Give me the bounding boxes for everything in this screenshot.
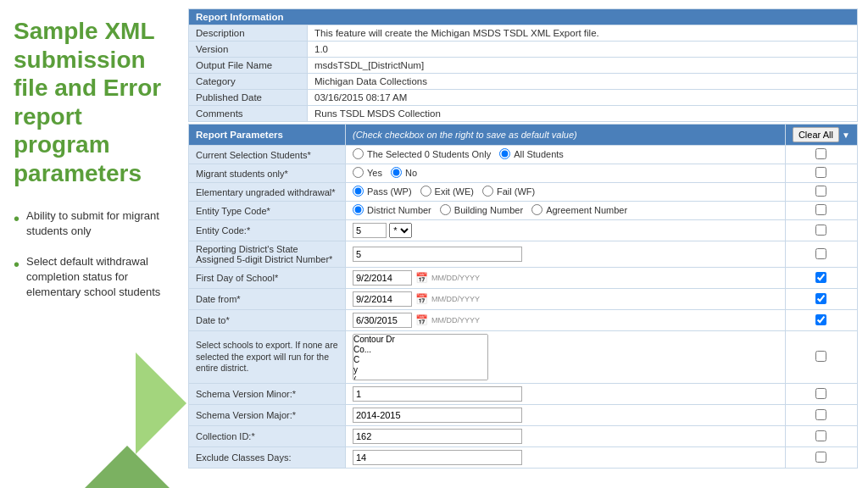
- calendar-icon[interactable]: 📅: [415, 293, 428, 305]
- category-label: Category: [189, 74, 308, 90]
- output-file-value: msdsTSDL_[DistrictNum]: [308, 58, 858, 74]
- radio-agreement-number[interactable]: Agreement Number: [531, 204, 627, 215]
- exclude-classes-checkbox[interactable]: [815, 452, 826, 463]
- bullet-list: • Ability to submit for migrant students…: [14, 208, 164, 301]
- first-day-school-input[interactable]: [353, 270, 412, 286]
- page-title: Sample XML submission file and Error rep…: [14, 17, 164, 188]
- clear-all-button[interactable]: Clear All: [793, 127, 839, 142]
- date-from-checkbox[interactable]: [815, 293, 826, 304]
- select-schools-checkbox-cell: [785, 331, 857, 384]
- description-label: Description: [189, 25, 308, 42]
- exclude-classes-row: Exclude Classes Days:: [189, 447, 858, 469]
- schema-minor-row: Schema Version Minor:*: [189, 384, 858, 405]
- exclude-classes-checkbox-cell: [785, 447, 857, 469]
- elementary-withdrawal-label: Elementary ungraded withdrawal*: [189, 183, 346, 202]
- first-day-school-checkbox[interactable]: [815, 272, 826, 283]
- radio-selected-students[interactable]: The Selected 0 Students Only: [353, 148, 491, 159]
- entity-code-dropdown[interactable]: *: [389, 223, 412, 238]
- elementary-withdrawal-value: Pass (WP) Exit (WE) Fail (WF): [346, 183, 786, 202]
- schema-minor-input[interactable]: [353, 386, 522, 402]
- entity-type-label: Entity Type Code*: [189, 202, 346, 220]
- schools-listbox[interactable]: Contour Dr Co... C y (: [353, 334, 488, 380]
- radio-agreement-number-input[interactable]: [531, 204, 542, 215]
- migrant-checkbox-cell: [785, 164, 857, 183]
- radio-district-number[interactable]: District Number: [353, 204, 431, 215]
- date-to-checkbox[interactable]: [815, 314, 826, 325]
- collection-id-input[interactable]: [353, 429, 522, 444]
- radio-exit-input[interactable]: [420, 186, 431, 197]
- select-schools-desc: Select schools to export. If none are se…: [196, 340, 338, 373]
- schema-major-row: Schema Version Major:*: [189, 405, 858, 426]
- exclude-classes-value: [346, 447, 786, 469]
- reporting-district-label: Reporting District's State Assigned 5-di…: [189, 241, 346, 268]
- schema-major-checkbox-cell: [785, 405, 857, 426]
- current-selection-checkbox[interactable]: [815, 148, 826, 159]
- reporting-district-checkbox[interactable]: [815, 248, 826, 259]
- green-triangle-right: [136, 352, 186, 454]
- date-to-value: 📅 MM/DD/YYYY: [346, 310, 786, 331]
- entity-code-checkbox-cell: [785, 220, 857, 241]
- date-from-input[interactable]: [353, 291, 412, 307]
- first-day-school-label: First Day of School*: [189, 268, 346, 289]
- radio-fail-input[interactable]: [482, 186, 493, 197]
- comments-row: Comments Runs TSDL MSDS Collection: [189, 106, 858, 122]
- collection-id-checkbox[interactable]: [815, 430, 826, 441]
- report-params-table: Report Parameters (Check checkbox on the…: [188, 124, 858, 469]
- calendar-icon[interactable]: 📅: [415, 272, 428, 284]
- migrant-checkbox[interactable]: [815, 167, 826, 178]
- radio-fail-wf[interactable]: Fail (WF): [482, 186, 535, 197]
- radio-no[interactable]: No: [391, 167, 417, 178]
- category-row: Category Michigan Data Collections: [189, 74, 858, 90]
- radio-all-students[interactable]: All Students: [499, 148, 564, 159]
- description-row: Description This feature will create the…: [189, 25, 858, 42]
- reporting-district-input[interactable]: [353, 247, 522, 262]
- report-info-header: Report Information: [189, 9, 858, 25]
- list-item: • Ability to submit for migrant students…: [14, 208, 164, 239]
- radio-pass-input[interactable]: [353, 186, 364, 197]
- elementary-withdrawal-checkbox[interactable]: [815, 186, 826, 197]
- bullet-icon: •: [14, 252, 19, 276]
- entity-code-checkbox[interactable]: [815, 225, 826, 236]
- radio-pass-label: Pass (WP): [367, 186, 412, 197]
- exclude-classes-input[interactable]: [353, 450, 522, 465]
- radio-exit-label: Exit (WE): [435, 186, 474, 197]
- schema-major-input[interactable]: [353, 408, 522, 423]
- current-selection-value: The Selected 0 Students Only All Student…: [346, 146, 786, 164]
- date-to-input[interactable]: [353, 313, 412, 328]
- radio-selected-students-input[interactable]: [353, 148, 364, 159]
- migrant-radio-group: Yes No: [353, 167, 417, 178]
- schema-minor-checkbox[interactable]: [815, 388, 826, 399]
- radio-district-number-input[interactable]: [353, 204, 364, 215]
- date-from-row: Date from* 📅 MM/DD/YYYY: [189, 289, 858, 310]
- migrant-row: Migrant students only* Yes No: [189, 164, 858, 183]
- entity-code-input[interactable]: [353, 223, 387, 238]
- entity-type-checkbox[interactable]: [815, 204, 826, 215]
- schema-major-checkbox[interactable]: [815, 409, 826, 420]
- radio-exit-we[interactable]: Exit (WE): [420, 186, 474, 197]
- collection-id-label: Collection ID:*: [189, 426, 346, 447]
- radio-yes-label: Yes: [367, 168, 382, 178]
- date-to-row: Date to* 📅 MM/DD/YYYY: [189, 310, 858, 331]
- published-date-label: Published Date: [189, 90, 308, 106]
- green-triangle-bottom: [85, 446, 170, 488]
- output-file-label: Output File Name: [189, 58, 308, 74]
- report-info-header-row: Report Information: [189, 9, 858, 25]
- select-schools-checkbox[interactable]: [815, 351, 826, 362]
- entity-type-row: Entity Type Code* District Number Buildi…: [189, 202, 858, 220]
- calendar-icon[interactable]: 📅: [415, 314, 428, 326]
- params-header-row: Report Parameters (Check checkbox on the…: [189, 125, 858, 146]
- params-header-label: Report Parameters: [189, 125, 346, 146]
- radio-all-students-input[interactable]: [499, 148, 510, 159]
- version-row: Version 1.0: [189, 42, 858, 58]
- radio-building-number-input[interactable]: [440, 204, 451, 215]
- migrant-value: Yes No: [346, 164, 786, 183]
- radio-building-number[interactable]: Building Number: [440, 204, 523, 215]
- radio-all-students-label: All Students: [514, 149, 564, 159]
- collection-id-row: Collection ID:*: [189, 426, 858, 447]
- radio-yes[interactable]: Yes: [353, 167, 382, 178]
- radio-yes-input[interactable]: [353, 167, 364, 178]
- entity-type-value: District Number Building Number Agreemen…: [346, 202, 786, 220]
- radio-no-input[interactable]: [391, 167, 402, 178]
- date-from-value: 📅 MM/DD/YYYY: [346, 289, 786, 310]
- radio-pass-wp[interactable]: Pass (WP): [353, 186, 412, 197]
